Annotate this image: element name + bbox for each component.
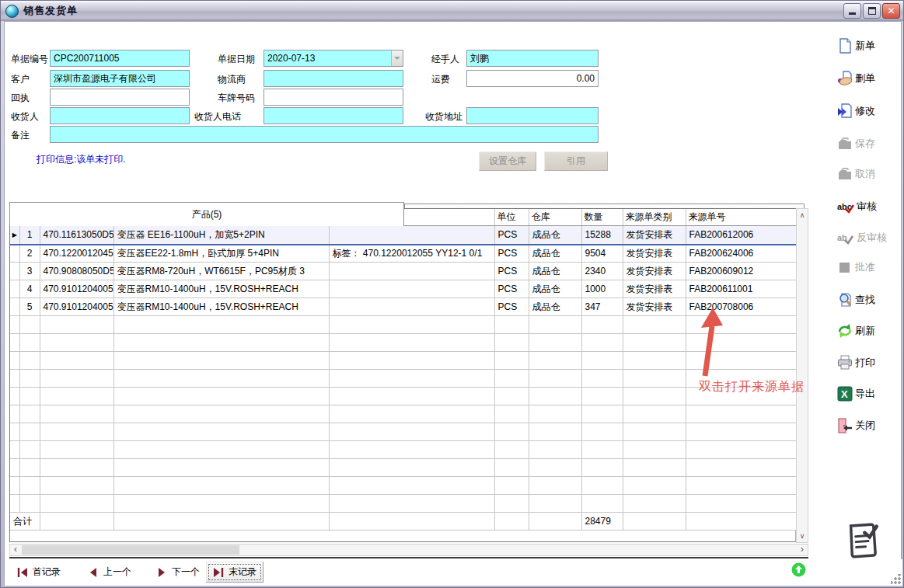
- cell-spec[interactable]: [329, 477, 494, 495]
- cell-code[interactable]: 470.9101204005: [40, 298, 113, 316]
- table-empty-row[interactable]: [10, 423, 797, 441]
- scroll-up-icon[interactable]: ∧: [797, 209, 808, 221]
- cell-seq[interactable]: 2: [19, 245, 40, 263]
- table-empty-row[interactable]: [10, 405, 797, 423]
- cell-spec[interactable]: [329, 280, 494, 298]
- cell-qty[interactable]: [581, 423, 623, 441]
- cell-warehouse[interactable]: [529, 495, 581, 513]
- cell-source-type[interactable]: [623, 459, 686, 477]
- reference-button[interactable]: 引用: [544, 151, 608, 171]
- cell-qty[interactable]: 347: [581, 298, 623, 316]
- cell-spec[interactable]: [329, 316, 494, 334]
- cell-qty[interactable]: [581, 370, 623, 388]
- cell-spec[interactable]: [329, 225, 494, 245]
- table-row[interactable]: 3470.90808050D5变压器RM8-720uH，WT6615F，PC95…: [10, 263, 797, 280]
- cell-name[interactable]: 变压器EE22-1.8mH，卧式加厚 5+4PIN: [113, 245, 329, 263]
- cell-qty[interactable]: [581, 316, 623, 334]
- first-record-button[interactable]: 首记录: [11, 562, 67, 583]
- cell-unit[interactable]: PCS: [494, 245, 529, 263]
- cell-spec[interactable]: [329, 495, 494, 513]
- cell-qty[interactable]: [581, 495, 623, 513]
- cell-source-no[interactable]: FAB200611001: [686, 280, 797, 298]
- cell-seq[interactable]: [19, 316, 40, 334]
- table-row[interactable]: ▶1470.11613050D5变压器 EE16-1100uH，加宽5+2PIN…: [10, 225, 797, 245]
- cell-name[interactable]: [113, 316, 329, 334]
- cell-unit[interactable]: PCS: [494, 225, 529, 245]
- cell-warehouse[interactable]: [529, 316, 581, 334]
- col-header-source-no[interactable]: 来源单号: [686, 209, 797, 225]
- col-header-source-type[interactable]: 来源单类别: [623, 209, 686, 225]
- cell-seq[interactable]: 5: [19, 298, 40, 316]
- cell-source-no[interactable]: [686, 495, 797, 513]
- col-header-warehouse[interactable]: 仓库: [529, 209, 581, 225]
- cell-source-no[interactable]: FAB200624006: [686, 245, 797, 263]
- sidebar-button-audit[interactable]: abc审核: [837, 197, 902, 216]
- scroll-left-icon[interactable]: ‹: [10, 545, 21, 555]
- cell-source-type[interactable]: [623, 316, 686, 334]
- cell-code[interactable]: [40, 316, 113, 334]
- cell-seq[interactable]: [19, 334, 40, 352]
- cell-name[interactable]: 变压器RM8-720uH，WT6615F，PC95材质 3: [113, 263, 329, 280]
- cell-unit[interactable]: [494, 441, 529, 459]
- cell-spec[interactable]: [329, 405, 494, 423]
- cell-unit[interactable]: [494, 352, 529, 370]
- cell-warehouse[interactable]: [529, 352, 581, 370]
- cell-seq[interactable]: [19, 477, 40, 495]
- cell-warehouse[interactable]: [529, 370, 581, 388]
- handler-input[interactable]: [466, 50, 599, 67]
- sidebar-button-refresh[interactable]: 刷新: [837, 322, 902, 340]
- cell-qty[interactable]: 15288: [581, 225, 623, 245]
- cell-source-no[interactable]: FAB200609012: [686, 263, 797, 280]
- cell-warehouse[interactable]: [529, 423, 581, 441]
- maximize-button[interactable]: [863, 3, 881, 19]
- cell-name[interactable]: 变压器 EE16-1100uH，加宽5+2PIN: [113, 225, 329, 245]
- cell-name[interactable]: [113, 388, 329, 405]
- cell-spec[interactable]: [329, 298, 494, 316]
- cell-unit[interactable]: [494, 370, 529, 388]
- cell-qty[interactable]: [581, 334, 623, 352]
- cell-unit[interactable]: [494, 334, 529, 352]
- cell-name[interactable]: [113, 334, 329, 352]
- cell-seq[interactable]: [19, 370, 40, 388]
- cell-source-no[interactable]: [686, 405, 797, 423]
- cell-spec[interactable]: [329, 370, 494, 388]
- tab-products[interactable]: 产品(5): [9, 202, 404, 226]
- cell-name[interactable]: [113, 477, 329, 495]
- cell-seq[interactable]: [19, 405, 40, 423]
- receiver-phone-input[interactable]: [264, 107, 403, 124]
- cell-source-no[interactable]: [686, 423, 797, 441]
- table-empty-row[interactable]: [10, 477, 797, 495]
- cell-seq[interactable]: 1: [19, 225, 40, 245]
- cell-seq[interactable]: [19, 388, 40, 405]
- cell-unit[interactable]: [494, 316, 529, 334]
- close-button[interactable]: ✕: [882, 3, 900, 19]
- cell-source-type[interactable]: 发货安排表: [623, 263, 686, 280]
- sidebar-button-close-form[interactable]: 关闭: [837, 416, 902, 435]
- cell-qty[interactable]: [581, 459, 623, 477]
- doc-no-input[interactable]: [50, 50, 190, 67]
- cell-spec[interactable]: [329, 388, 494, 405]
- cell-code[interactable]: [40, 459, 113, 477]
- cell-warehouse[interactable]: [529, 459, 581, 477]
- doc-date-field[interactable]: [264, 50, 403, 67]
- cell-name[interactable]: [113, 405, 329, 423]
- cell-spec[interactable]: [329, 423, 494, 441]
- cell-name[interactable]: 变压器RM10-1400uH，15V.ROSH+REACH: [113, 298, 329, 316]
- cell-qty[interactable]: 1000: [581, 280, 623, 298]
- cell-seq[interactable]: [19, 441, 40, 459]
- cell-source-type[interactable]: [623, 370, 686, 388]
- cell-source-type[interactable]: [623, 388, 686, 405]
- cell-source-no[interactable]: [686, 441, 797, 459]
- cell-name[interactable]: [113, 459, 329, 477]
- cell-code[interactable]: [40, 477, 113, 495]
- cell-name[interactable]: [113, 352, 329, 370]
- cell-name[interactable]: 变压器RM10-1400uH，15V.ROSH+REACH: [113, 280, 329, 298]
- cell-source-type[interactable]: [623, 334, 686, 352]
- logistics-input[interactable]: [264, 70, 403, 87]
- col-header-qty[interactable]: 数量: [581, 209, 623, 225]
- next-record-button[interactable]: 下一个: [150, 562, 206, 583]
- cell-source-type[interactable]: 发货安排表: [623, 245, 686, 263]
- remark-input[interactable]: [50, 126, 599, 143]
- last-record-button[interactable]: 末记录: [206, 562, 264, 583]
- cell-spec[interactable]: [329, 334, 494, 352]
